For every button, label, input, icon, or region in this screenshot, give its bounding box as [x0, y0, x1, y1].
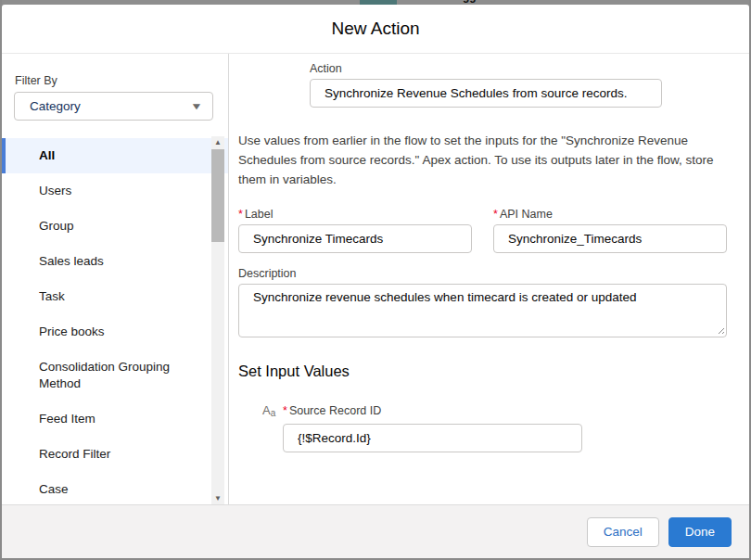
- scrollbar-thumb[interactable]: [211, 149, 224, 242]
- action-input[interactable]: [310, 79, 662, 108]
- filter-by-label: Filter By: [15, 74, 228, 87]
- chevron-down-icon: ▼: [190, 101, 203, 111]
- category-item-case[interactable]: Case: [2, 472, 228, 504]
- label-field-group: *Label: [238, 208, 472, 253]
- category-item-consolidation-grouping-method[interactable]: Consolidation Grouping Method: [2, 350, 228, 401]
- modal-footer: Cancel Done: [2, 504, 749, 558]
- scrollbar-up-arrow-icon[interactable]: ▲: [211, 136, 224, 148]
- required-asterisk: *: [493, 208, 498, 221]
- required-asterisk: *: [283, 404, 287, 417]
- category-item-record-filter[interactable]: Record Filter: [2, 437, 228, 472]
- category-item-price-books[interactable]: Price books: [2, 314, 228, 350]
- done-button[interactable]: Done: [668, 517, 732, 547]
- category-dropdown[interactable]: Category ▼: [14, 92, 213, 121]
- category-sidebar: Filter By Category ▼ All Users Group Sal…: [2, 54, 229, 504]
- action-field-group: Action: [310, 62, 662, 108]
- category-list: All Users Group Sales leads Task Price b…: [2, 138, 228, 504]
- new-action-dialog: New Action Filter By Category ▼ All User…: [2, 5, 749, 558]
- category-item-sales-leads[interactable]: Sales leads: [2, 244, 228, 279]
- source-record-id-label: *Source Record ID: [283, 404, 381, 417]
- sidebar-scrollbar[interactable]: ▲ ▼: [211, 136, 224, 504]
- modal-header: New Action: [2, 5, 749, 54]
- required-asterisk: *: [238, 208, 243, 221]
- action-label: Action: [310, 62, 662, 75]
- category-item-feed-item[interactable]: Feed Item: [2, 401, 228, 437]
- label-input[interactable]: [238, 224, 472, 253]
- description-textarea[interactable]: Synchronize revenue schedules when timec…: [238, 284, 727, 337]
- source-record-id-input[interactable]: [283, 424, 582, 452]
- api-name-input[interactable]: [493, 224, 727, 253]
- flow-canvas-clipped-title: Record-Triggered Flow: [407, 0, 528, 3]
- label-field-label: *Label: [238, 208, 472, 221]
- set-input-values-heading: Set Input Values: [238, 363, 727, 380]
- category-item-all[interactable]: All: [2, 138, 228, 173]
- description-field-label: Description: [238, 267, 727, 280]
- background-flow-canvas: Record-Triggered Flow: [2, 0, 749, 5]
- category-item-users[interactable]: Users: [2, 173, 228, 209]
- flow-start-node-icon: [360, 0, 397, 5]
- source-record-id-field-group: Aa *Source Record ID: [238, 404, 727, 452]
- help-text: Use values from earlier in the flow to s…: [238, 131, 727, 189]
- description-field-group: Description Synchronize revenue schedule…: [238, 267, 727, 337]
- api-name-field-group: *API Name: [493, 208, 727, 253]
- scrollbar-down-arrow-icon[interactable]: ▼: [211, 492, 224, 504]
- new-action-modal-window: Record-Triggered Flow New Action Filter …: [0, 0, 751, 560]
- category-item-group[interactable]: Group: [2, 209, 228, 244]
- modal-body: Filter By Category ▼ All Users Group Sal…: [2, 54, 749, 504]
- label-api-row: *Label *API Name: [238, 208, 727, 253]
- text-type-icon: Aa: [262, 404, 283, 420]
- category-item-task[interactable]: Task: [2, 279, 228, 314]
- modal-title: New Action: [331, 19, 419, 39]
- category-dropdown-value: Category: [30, 99, 81, 113]
- cancel-button[interactable]: Cancel: [587, 517, 659, 547]
- api-name-field-label: *API Name: [493, 208, 727, 221]
- action-form: Action Use values from earlier in the fl…: [229, 54, 749, 504]
